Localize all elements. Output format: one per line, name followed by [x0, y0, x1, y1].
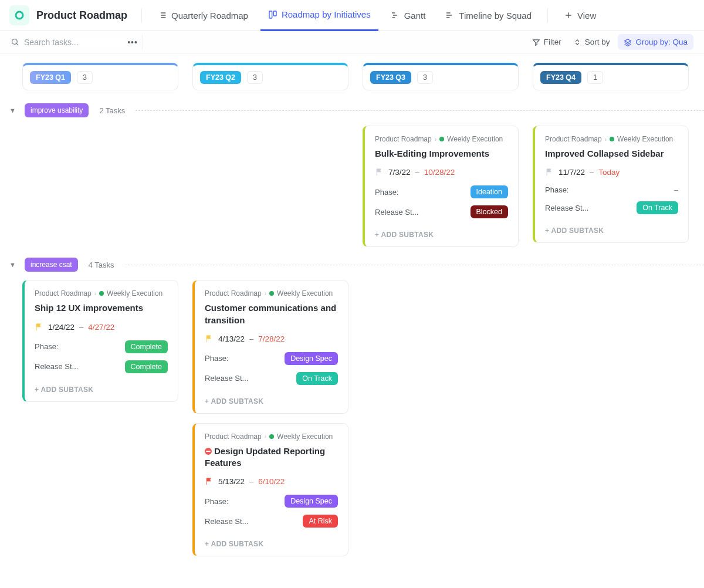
sort-icon — [573, 38, 581, 46]
search-input[interactable] — [24, 38, 124, 47]
task-title[interactable]: Customer communications and tran­sition — [205, 302, 338, 326]
tab-quarterly-roadmap[interactable]: Quarterly Roadmap — [150, 0, 256, 31]
filter-button[interactable]: Filter — [532, 38, 561, 46]
workspace-logo[interactable] — [9, 5, 29, 25]
column-header[interactable]: FY23 Q13 — [22, 63, 178, 90]
phase-label: Phase: — [545, 185, 568, 194]
crumb-parent[interactable]: Product Roadmap — [375, 135, 432, 143]
date-row: 1/24/22–4/27/22 — [35, 323, 168, 332]
tab-roadmap-by-initiatives[interactable]: Roadmap by Initiatives — [260, 0, 378, 31]
task-title[interactable]: Design Updated Reporting Features — [205, 445, 338, 469]
crumb-child[interactable]: Weekly Execution — [447, 135, 503, 143]
search-icon — [11, 38, 19, 46]
group-by-button[interactable]: Group by: Qua — [618, 34, 693, 50]
release-status-row: Release St...On Track — [205, 372, 338, 385]
crumb-parent[interactable]: Product Roadmap — [205, 432, 262, 441]
due-date[interactable]: 10/28/22 — [424, 168, 455, 177]
breadcrumb: Product Roadmap›Weekly Execution — [205, 432, 338, 441]
start-date[interactable]: 1/24/22 — [48, 323, 75, 332]
task-card[interactable]: Product Roadmap›Weekly ExecutionShip 12 … — [22, 280, 178, 401]
status-dot-icon — [269, 291, 274, 296]
release-status-badge[interactable]: On Track — [637, 201, 678, 214]
release-status-label: Release St... — [375, 208, 418, 217]
task-card[interactable]: Product Roadmap›Weekly ExecutionBulk-Edi… — [363, 126, 519, 247]
task-card[interactable]: Product Roadmap›Weekly ExecutionImproved… — [533, 126, 689, 243]
column-count: 3 — [77, 71, 93, 84]
phase-label: Phase: — [35, 342, 58, 351]
status-dot-icon — [269, 434, 274, 439]
phase-label: Phase: — [375, 188, 398, 197]
task-title[interactable]: Ship 12 UX improvements — [35, 302, 168, 314]
task-card[interactable]: Product Roadmap›Weekly ExecutionDesign U… — [192, 423, 348, 557]
gantt-icon — [391, 11, 400, 20]
phase-badge[interactable]: Ideation — [471, 185, 508, 198]
task-card[interactable]: Product Roadmap›Weekly ExecutionCustomer… — [192, 280, 348, 414]
start-date[interactable]: 5/13/22 — [218, 477, 245, 486]
release-status-badge[interactable]: Blocked — [471, 205, 508, 218]
phase-badge[interactable]: Design Spec — [285, 352, 338, 365]
crumb-child[interactable]: Weekly Execution — [277, 289, 333, 298]
column-count: 3 — [247, 71, 263, 84]
add-subtask-button[interactable]: + ADD SUBTASK — [205, 392, 338, 413]
add-view-button[interactable]: View — [556, 0, 604, 31]
due-date[interactable]: 6/10/22 — [258, 477, 285, 486]
due-date[interactable]: 4/27/22 — [88, 323, 114, 332]
blocked-icon — [205, 448, 212, 455]
card-column — [363, 280, 519, 556]
priority-flag-icon — [205, 477, 214, 486]
tab-timeline-by-squad[interactable]: Timeline by Squad — [438, 0, 539, 31]
release-status-label: Release St... — [35, 362, 78, 371]
group-name-pill[interactable]: improve usability — [25, 103, 89, 117]
crumb-parent[interactable]: Product Roadmap — [35, 289, 92, 298]
card-column — [192, 126, 348, 247]
start-date[interactable]: 4/13/22 — [218, 334, 245, 343]
add-subtask-button[interactable]: + ADD SUBTASK — [35, 380, 168, 401]
task-title[interactable]: Bulk-Editing Improvements — [375, 148, 508, 160]
add-subtask-button[interactable]: + ADD SUBTASK — [545, 221, 678, 242]
search-box[interactable] — [11, 38, 124, 47]
group-collapse-caret[interactable]: ▼ — [9, 107, 18, 114]
release-status-badge[interactable]: Complete — [125, 360, 168, 373]
add-subtask-button[interactable]: + ADD SUBTASK — [375, 225, 508, 246]
add-subtask-button[interactable]: + ADD SUBTASK — [205, 535, 338, 556]
date-dash: – — [590, 168, 594, 177]
phase-row: Phase:Design Spec — [205, 352, 338, 365]
phase-badge[interactable]: Complete — [125, 340, 168, 353]
more-options-button[interactable]: ••• — [126, 38, 139, 47]
chevron-right-icon: › — [435, 136, 436, 143]
quarter-pill: FY23 Q4 — [540, 71, 581, 84]
release-status-badge[interactable]: On Track — [296, 372, 338, 385]
chevron-right-icon: › — [94, 290, 96, 297]
group-divider-line — [125, 265, 704, 265]
crumb-child[interactable]: Weekly Execution — [277, 432, 333, 441]
crumb-parent[interactable]: Product Roadmap — [545, 135, 602, 143]
column-header[interactable]: FY23 Q33 — [363, 63, 519, 90]
divider — [141, 8, 142, 22]
date-row: 5/13/22–6/10/22 — [205, 477, 338, 486]
breadcrumb: Product Roadmap›Weekly Execution — [375, 135, 508, 143]
due-date[interactable]: Today — [598, 168, 620, 177]
crumb-parent[interactable]: Product Roadmap — [205, 289, 262, 298]
status-dot-icon — [439, 137, 444, 141]
start-date[interactable]: 11/7/22 — [559, 168, 585, 177]
column-header[interactable]: FY23 Q23 — [192, 63, 348, 90]
due-date[interactable]: 7/28/22 — [258, 334, 285, 343]
toolbar: ••• Filter Sort by Group by: Qua — [0, 31, 704, 53]
column-count: 3 — [417, 71, 433, 84]
phase-badge[interactable]: Design Spec — [285, 495, 338, 508]
group-collapse-caret[interactable]: ▼ — [9, 261, 18, 268]
column-header[interactable]: FY23 Q41 — [533, 63, 689, 90]
task-title[interactable]: Improved Collapsed Sidebar — [545, 148, 678, 160]
phase-row: Phase:Design Spec — [205, 495, 338, 508]
crumb-child[interactable]: Weekly Execution — [107, 289, 163, 298]
sort-button[interactable]: Sort by — [573, 38, 610, 46]
crumb-child[interactable]: Weekly Execution — [617, 135, 673, 143]
priority-flag-icon — [35, 323, 43, 332]
tab-gantt[interactable]: Gantt — [383, 0, 434, 31]
phase-empty[interactable]: – — [674, 185, 678, 194]
chevron-right-icon: › — [265, 290, 266, 297]
priority-flag-icon — [375, 168, 384, 177]
start-date[interactable]: 7/3/22 — [388, 168, 411, 177]
group-name-pill[interactable]: increase csat — [25, 258, 78, 272]
release-status-badge[interactable]: At Risk — [303, 515, 338, 528]
